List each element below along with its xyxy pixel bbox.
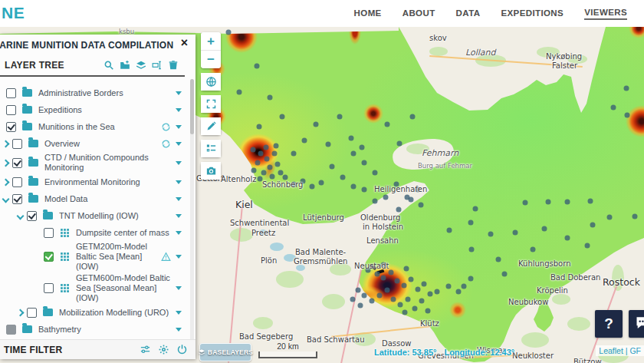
station-dot[interactable]	[402, 310, 408, 315]
layer-options-caret-icon[interactable]	[176, 214, 182, 218]
feedback-chat-button[interactable]	[629, 310, 644, 338]
station-dot[interactable]	[446, 284, 452, 289]
station-dot[interactable]	[565, 236, 570, 241]
station-dot[interactable]	[402, 283, 407, 289]
station-dot[interactable]	[268, 95, 273, 101]
panel-scrollbar[interactable]	[190, 79, 194, 359]
nav-item-about[interactable]: ABOUT	[402, 8, 435, 19]
station-dot[interactable]	[326, 142, 331, 147]
station-dot[interactable]	[588, 199, 593, 204]
layer-row[interactable]: Munitions in the Sea	[0, 118, 189, 135]
station-dot[interactable]	[337, 114, 343, 120]
station-dot[interactable]	[389, 270, 394, 276]
layer-row[interactable]: Model Data	[0, 190, 189, 207]
station-dot[interactable]	[419, 299, 425, 304]
station-dot[interactable]	[268, 165, 273, 170]
station-dot[interactable]	[314, 122, 319, 127]
station-dot[interactable]	[264, 157, 270, 162]
station-dot[interactable]	[261, 170, 267, 176]
refresh-icon[interactable]	[161, 139, 171, 149]
layer-row[interactable]: TNT Modelling (IOW)	[0, 207, 189, 224]
station-dot[interactable]	[473, 206, 478, 212]
add-group-icon[interactable]	[120, 60, 130, 71]
station-dot[interactable]	[264, 145, 269, 150]
station-dot[interactable]	[362, 187, 367, 193]
station-dot[interactable]	[531, 247, 536, 252]
layer-row[interactable]: Administrative Borders	[0, 84, 189, 101]
station-dot[interactable]	[302, 138, 307, 144]
station-dot[interactable]	[351, 151, 356, 157]
collapse-chevron-icon[interactable]	[2, 196, 9, 203]
legend-button[interactable]	[201, 140, 221, 157]
screenshot-button[interactable]	[201, 162, 221, 180]
station-dot[interactable]	[383, 195, 389, 200]
layer-checkbox-checked[interactable]	[27, 211, 37, 221]
station-dot[interactable]	[419, 203, 424, 208]
layer-checkbox-gray[interactable]	[6, 325, 16, 335]
power-icon[interactable]	[176, 344, 188, 355]
help-button[interactable]: ?	[595, 310, 623, 338]
station-dot[interactable]	[488, 232, 494, 237]
station-dot[interactable]	[270, 174, 275, 180]
station-dot[interactable]	[275, 162, 281, 167]
station-dot[interactable]	[362, 160, 367, 166]
layer-options-caret-icon[interactable]	[176, 142, 182, 146]
station-dot[interactable]	[301, 179, 306, 184]
layer-row[interactable]: Expeditions	[0, 101, 189, 118]
layer-options-caret-icon[interactable]	[176, 197, 182, 201]
station-dot[interactable]	[542, 226, 547, 232]
layer-row[interactable]: Mobilization Modelling (URO)	[0, 304, 189, 321]
station-dot[interactable]	[428, 292, 433, 297]
expand-chevron-icon[interactable]	[17, 309, 24, 316]
nav-item-viewers[interactable]: VIEWERS	[584, 8, 627, 20]
station-dot[interactable]	[496, 257, 501, 262]
layer-options-caret-icon[interactable]	[176, 286, 182, 290]
refresh-icon[interactable]	[161, 122, 171, 132]
rename-icon[interactable]	[152, 60, 163, 71]
expand-chevron-icon[interactable]	[2, 140, 9, 147]
nav-item-home[interactable]: HOME	[354, 8, 382, 19]
layer-checkbox-green[interactable]	[44, 252, 54, 262]
station-dot[interactable]	[358, 303, 363, 309]
station-dot[interactable]	[349, 136, 354, 141]
station-dot[interactable]	[385, 288, 390, 293]
station-dot[interactable]	[462, 284, 467, 289]
station-dot[interactable]	[251, 168, 257, 173]
station-dot[interactable]	[381, 262, 386, 268]
station-dot[interactable]	[362, 293, 367, 299]
station-dot[interactable]	[257, 124, 262, 130]
station-dot[interactable]	[565, 200, 570, 205]
station-dot[interactable]	[502, 272, 508, 277]
layer-row[interactable]: GETM200m-Model Baltic Sea [Mean] (IOW)	[0, 241, 189, 272]
station-dot[interactable]	[373, 170, 378, 176]
layer-checkbox-unchecked[interactable]	[12, 139, 22, 149]
station-dot[interactable]	[258, 177, 263, 182]
station-dot[interactable]	[283, 175, 288, 180]
station-dot[interactable]	[590, 223, 596, 228]
station-dot[interactable]	[366, 268, 371, 273]
station-dot[interactable]	[377, 293, 383, 299]
layer-options-caret-icon[interactable]	[176, 311, 182, 315]
station-dot[interactable]	[385, 122, 390, 127]
layer-checkbox-checked[interactable]	[12, 158, 22, 168]
station-dot[interactable]	[409, 277, 414, 282]
station-dot[interactable]	[274, 144, 279, 149]
draw-button[interactable]	[201, 117, 221, 135]
layer-checkbox-unchecked[interactable]	[6, 88, 16, 98]
station-dot[interactable]	[394, 182, 399, 187]
station-dot[interactable]	[422, 282, 427, 287]
station-dot[interactable]	[456, 289, 462, 295]
layer-checkbox-unchecked[interactable]	[44, 228, 54, 238]
layer-checkbox-unchecked[interactable]	[27, 308, 37, 318]
station-dot[interactable]	[381, 276, 386, 281]
station-dot[interactable]	[255, 160, 261, 166]
layers-icon[interactable]	[136, 60, 146, 71]
station-dot[interactable]	[280, 114, 285, 120]
site-logo[interactable]: NE	[2, 4, 25, 22]
layer-options-caret-icon[interactable]	[176, 328, 182, 332]
station-dot[interactable]	[391, 297, 396, 302]
layer-checkbox-unchecked[interactable]	[6, 105, 16, 115]
station-dot[interactable]	[404, 266, 409, 272]
zoom-in-button[interactable]: +	[201, 32, 221, 50]
station-dot[interactable]	[426, 309, 431, 314]
